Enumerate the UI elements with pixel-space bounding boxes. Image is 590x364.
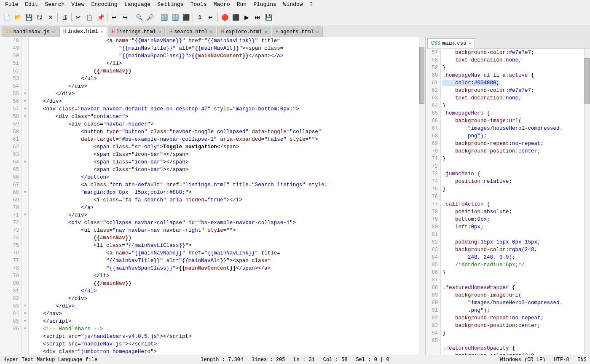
menu-plugins[interactable]: Plugins [250,0,280,8]
find-replace-button[interactable]: 🔎 [145,12,155,22]
tab-index[interactable]: H index.html ✕ [59,27,107,37]
menu-search[interactable]: Search [41,0,68,8]
line-78: </nav> [30,311,62,317]
close-button[interactable]: ✕ [46,12,56,22]
line-69: <ul class="nav navbar-nav navbar-right" … [30,228,236,233]
paste-button[interactable]: 📌 [95,12,105,22]
css-linenum-68: 68 [426,132,440,140]
html-editor-body[interactable]: 48 49 50 51 52 53 54 55 56 57 58 59 60 6… [0,37,425,355]
zoom-out-button[interactable]: 🔡 [170,12,180,22]
css-line-89: } [442,330,446,336]
html-code-area[interactable]: <a name="{{mainNavName}}" href="{{mainNa… [29,37,419,355]
fold-64[interactable]: ▼ [22,158,28,166]
line-64-cont: "margin:8px 8px 15px;color:#888;"> [30,190,192,195]
css-line-61: color:#004880; [442,80,499,86]
css-line-59: } [442,65,446,71]
menu-file[interactable]: File [2,0,21,8]
new-button[interactable]: 📄 [2,12,12,22]
html-vscrollbar[interactable] [419,37,425,355]
line-80: <!-- Handlebars --> [30,326,103,332]
menu-window[interactable]: Window [280,0,306,8]
redo-button[interactable]: ↪ [120,12,130,22]
html-vscrollbar-thumb[interactable] [419,47,424,104]
fold-83[interactable]: ▼ [22,302,28,310]
tab-search-close[interactable]: ✕ [210,29,212,35]
css-linenum-75: 75 [426,185,440,193]
linenum-80: 80 [0,280,21,287]
tab-explore-label: explore.html [226,29,262,35]
tab-search[interactable]: H search.html ✕ [166,27,216,37]
tab-search-label: search.html [174,29,207,35]
fold-68[interactable]: ▼ [22,189,28,196]
line-49-cont2: "{{mainNavSpanClass}}">{{mainNavContent}… [30,53,283,59]
fold-85[interactable]: ▼ [22,318,28,325]
copy-button[interactable]: 📋 [84,12,94,22]
fold-57[interactable]: ▼ [22,105,28,113]
tab-search-icon: H [169,29,172,35]
status-ins: INS [577,357,587,363]
zoom-in-button[interactable]: 🔠 [159,12,169,22]
linenum-69: 69 [0,196,21,204]
menu-macro[interactable]: Macro [210,0,233,8]
find-button[interactable]: 🔍 [134,12,144,22]
tab-listings-label: listings.html [116,29,156,35]
line-66: </a> [30,205,94,211]
save-button[interactable]: 💾 [24,12,34,22]
status-filetype: Hyper Text Markup Language file [3,357,198,363]
tab-handleNav-close[interactable]: ✕ [52,29,55,35]
css-line-81: background-color:rgba(248, [442,247,537,253]
save-all-button[interactable]: 🖫 [35,12,45,22]
record-button[interactable]: 🔴 [220,12,230,22]
linenum-85: 85 [0,318,21,325]
linenum-50: 50 [0,52,21,60]
play-mult-button[interactable]: ⏭ [252,12,263,22]
sync-scroll-button[interactable]: ⇕ [195,12,205,22]
tab-listings-close[interactable]: ✕ [158,29,161,35]
menu-tools[interactable]: Tools [187,0,210,8]
tab-listings[interactable]: H listings.html ✕ [108,27,165,37]
save-macro-button[interactable]: 💾 [263,12,274,22]
zoom-restore-button[interactable]: ⬛ [181,12,191,22]
fold-54 [22,83,28,90]
css-vscrollbar[interactable] [584,49,590,355]
fold-86[interactable]: ▼ [22,325,28,333]
line-51: </ul> [30,76,97,82]
menu-settings[interactable]: Settings [154,0,187,8]
cut-button[interactable]: ✂ [73,12,83,22]
fold-71[interactable]: ▼ [22,211,28,219]
css-vscrollbar-thumb[interactable] [585,58,590,104]
tab-agents-close[interactable]: ✕ [316,29,319,35]
tab-handleNav[interactable]: JS handleNav.js ✕ [2,27,59,37]
print-button[interactable]: 🖨 [59,12,70,22]
fold-84[interactable]: ▼ [22,310,28,318]
css-linenum-78: 78 [426,208,440,216]
menu-language[interactable]: Language [121,0,154,8]
tab-index-close[interactable]: ✕ [101,29,103,34]
menu-encoding[interactable]: Encoding [88,0,121,8]
status-line-ending: Windows (CR LF) [500,357,545,363]
fold-55[interactable]: ▼ [22,90,28,98]
menu-edit[interactable]: Edit [21,0,41,8]
tab-explore[interactable]: H explore.html ✕ [217,27,271,37]
menu-run[interactable]: Run [233,0,250,8]
toolbar-sep-3 [107,13,107,21]
stop-button[interactable]: ⬛ [231,12,241,22]
css-code-area[interactable]: background-color:#e7e7e7; text-decoratio… [441,49,584,355]
linenum-57: 57 [0,105,21,113]
word-wrap-button[interactable]: ↵ [206,12,216,22]
css-tab-label: main.css [442,40,467,46]
css-tab-main[interactable]: CSS main.css ✕ [427,38,475,48]
css-tab-close[interactable]: ✕ [469,41,471,46]
tab-explore-close[interactable]: ✕ [265,29,267,35]
fold-56[interactable]: ▼ [22,98,28,105]
linenum-71: 71 [0,211,21,219]
menu-view[interactable]: View [68,0,88,8]
play-button[interactable]: ▶ [241,12,252,22]
css-line-68: background-position:center; [442,148,541,154]
fold-58[interactable]: ▼ [22,113,28,120]
menu-help[interactable]: ? [306,0,316,8]
tab-agents[interactable]: H agents.html ✕ [272,27,322,37]
open-button[interactable]: 📂 [13,12,23,22]
line-75: </ul> [30,288,97,294]
undo-button[interactable]: ↩ [109,12,119,22]
